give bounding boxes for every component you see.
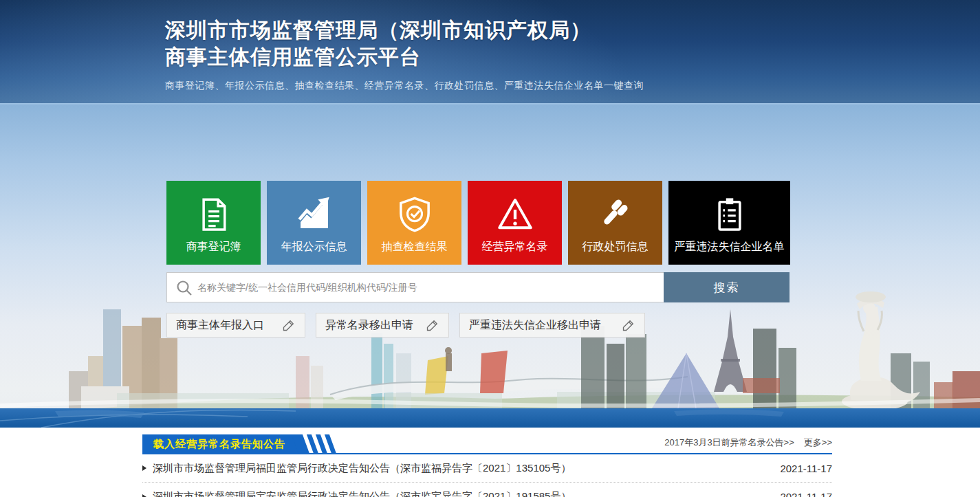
search-bar: 搜索	[166, 272, 790, 302]
search-button[interactable]: 搜索	[664, 272, 790, 302]
site-title-line1: 深圳市市场监督管理局（深圳市知识产权局）	[165, 16, 644, 43]
category-tiles: 商事登记簿 年报公示信息	[166, 181, 790, 265]
quick-link-label: 异常名录移出申请	[325, 318, 413, 333]
search-icon	[175, 279, 193, 297]
announcement-row: 深圳市市场监督管理局福田监管局行政决定告知公告（深市监福异告字〔2021〕135…	[142, 454, 832, 483]
site-subtitle: 商事登记簿、年报公示信息、抽查检查结果、经营异常名录、行政处罚信息、严重违法失信…	[165, 80, 644, 92]
announcement-date: 2021-11-17	[780, 463, 832, 474]
announcement-header: 载入经营异常名录告知公告 2017年3月3日前异常名录公告>> 更多>>	[142, 435, 832, 454]
announcement-section-title: 载入经营异常名录告知公告	[142, 434, 299, 454]
annual-report-chart-icon	[294, 193, 334, 236]
bullet-arrow-icon	[142, 465, 146, 471]
pencil-icon	[282, 318, 296, 332]
site-title-line2: 商事主体信用监管公示平台	[165, 43, 644, 70]
announcement-row: 深圳市市场监督管理局宝安监管局行政决定告知公告（深市监宝异告字〔2021〕191…	[142, 483, 832, 497]
hero-banner-scene: 商事登记簿 年报公示信息	[0, 104, 980, 428]
tile-label: 严重违法失信企业名单	[675, 240, 785, 254]
announcement-banner: 载入经营异常名录告知公告	[142, 434, 333, 454]
tile-label: 抽查检查结果	[382, 240, 448, 254]
blacklist-clipboard-icon	[710, 193, 749, 236]
tile-abnormal-list[interactable]: 经营异常名录	[468, 181, 562, 265]
register-book-icon	[195, 193, 233, 236]
tile-label: 年报公示信息	[281, 240, 347, 254]
announcement-section: 载入经营异常名录告知公告 2017年3月3日前异常名录公告>> 更多>> 深圳市…	[0, 428, 980, 497]
quick-link-label: 严重违法失信企业移出申请	[469, 318, 601, 333]
pre-2017-archive-link[interactable]: 2017年3月3日前异常名录公告>>	[664, 437, 794, 449]
search-input[interactable]	[167, 273, 664, 302]
warning-triangle-icon	[496, 193, 534, 236]
abnormal-list-removal-button[interactable]: 异常名录移出申请	[316, 313, 449, 338]
announcement-title: 深圳市市场监督管理局宝安监管局行政决定告知公告（深市监宝异告字〔2021〕191…	[153, 490, 571, 497]
announcement-link[interactable]: 深圳市市场监督管理局福田监管局行政决定告知公告（深市监福异告字〔2021〕135…	[142, 462, 571, 475]
quick-link-label: 商事主体年报入口	[176, 318, 264, 333]
tile-label: 经营异常名录	[482, 240, 548, 254]
announcement-date: 2021-11-17	[780, 491, 832, 497]
shield-check-icon	[395, 193, 434, 236]
pencil-icon	[426, 318, 439, 332]
tile-business-register[interactable]: 商事登记簿	[166, 181, 261, 265]
search-box	[166, 272, 664, 302]
tile-annual-report[interactable]: 年报公示信息	[267, 181, 361, 265]
tile-admin-penalty[interactable]: 行政处罚信息	[568, 181, 662, 265]
site-header: 深圳市市场监督管理局（深圳市知识产权局） 商事主体信用监管公示平台 商事登记簿、…	[0, 0, 980, 104]
tile-label: 行政处罚信息	[582, 240, 649, 254]
tile-serious-violation-list[interactable]: 严重违法失信企业名单	[668, 181, 790, 265]
bullet-arrow-icon	[142, 494, 146, 497]
tile-spot-check[interactable]: 抽查检查结果	[367, 181, 461, 265]
annual-report-entry-button[interactable]: 商事主体年报入口	[166, 313, 305, 338]
tile-label: 商事登记簿	[186, 240, 241, 254]
cityscape-illustration	[0, 290, 980, 428]
pencil-icon	[622, 318, 635, 332]
serious-violation-removal-button[interactable]: 严重违法失信企业移出申请	[459, 313, 645, 338]
gavel-icon	[596, 193, 635, 236]
quick-links: 商事主体年报入口 异常名录移出申请 严重违法失信企业移出申请	[166, 313, 645, 338]
portal-page: 深圳市市场监督管理局（深圳市知识产权局） 商事主体信用监管公示平台 商事登记簿、…	[0, 0, 980, 497]
announcement-link[interactable]: 深圳市市场监督管理局宝安监管局行政决定告知公告（深市监宝异告字〔2021〕191…	[142, 490, 571, 497]
more-link[interactable]: 更多>>	[804, 437, 832, 449]
announcement-title: 深圳市市场监督管理局福田监管局行政决定告知公告（深市监福异告字〔2021〕135…	[153, 462, 571, 475]
